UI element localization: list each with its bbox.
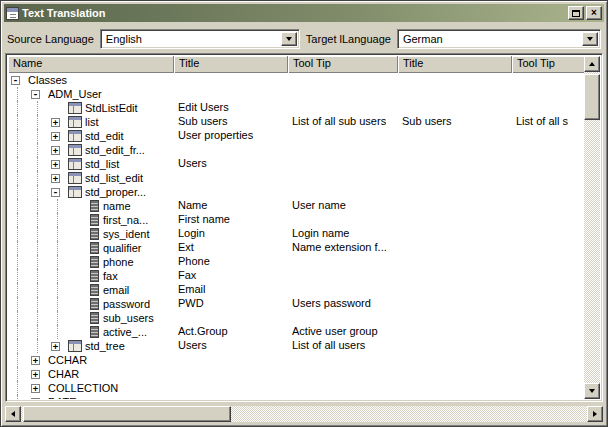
node-name: StdListEdit (85, 102, 138, 115)
tree-row-qualifier[interactable]: qualifierExtName extension f... (8, 241, 570, 255)
tree-row-std_list[interactable]: +std_listUsers (8, 157, 570, 171)
tree-guide-line (28, 241, 48, 255)
expand-box-icon[interactable]: + (31, 370, 40, 379)
tree-guide-line (28, 227, 48, 241)
tree-row-first_na...[interactable]: first_na...First name (8, 213, 570, 227)
title-cell: Login (178, 227, 286, 241)
scroll-down-button[interactable] (584, 383, 600, 399)
tree-row-std_tree[interactable]: +std_treeUsersList of all users (8, 339, 570, 353)
name-cell: +std_list (8, 157, 174, 171)
tree-guide-line (8, 353, 28, 367)
tooltip-cell: List of all users (292, 339, 396, 353)
tree-row-ADM_User[interactable]: -ADM_User (8, 87, 570, 101)
arrow-right-icon (593, 411, 597, 417)
maximize-icon (572, 10, 580, 17)
title-bar[interactable]: Text Translation × (4, 4, 604, 22)
column-header-3[interactable]: Tool Tip (288, 56, 398, 73)
tree-guide-line (8, 185, 28, 199)
expand-box-icon[interactable]: + (51, 132, 60, 141)
column-header-2[interactable]: Title (174, 56, 288, 73)
tree-row-DATE[interactable]: +DATE (8, 395, 570, 399)
target-dropdown-button[interactable] (582, 32, 598, 46)
tree-guide-line (28, 199, 48, 213)
tooltip-cell: Login name (292, 227, 396, 241)
node-name: password (103, 298, 150, 311)
expand-box-icon[interactable]: + (31, 356, 40, 365)
target-language-combobox[interactable]: German (397, 29, 601, 49)
vertical-scrollbar[interactable] (584, 56, 600, 399)
expand-box-icon[interactable]: + (51, 342, 60, 351)
tree-guide-line (8, 381, 28, 395)
field-icon (90, 256, 99, 268)
source-language-value: English (101, 33, 281, 45)
tree-row-std_edit[interactable]: +std_editUser properties (8, 129, 570, 143)
form-icon (68, 102, 82, 114)
tree-guide-line (8, 143, 28, 157)
expander-slot: + (28, 353, 48, 367)
tree-row-Classes[interactable]: -Classes (8, 73, 570, 87)
tree-guide-line (48, 213, 68, 227)
scroll-up-button[interactable] (584, 56, 600, 72)
translation-tree-list: NameTitleTool TipTitleTool Tip -Classes-… (5, 53, 603, 402)
expand-box-icon[interactable]: + (51, 174, 60, 183)
tree-row-std_list_edit[interactable]: +std_list_edit (8, 171, 570, 185)
tree-row-fax[interactable]: faxFax (8, 269, 570, 283)
tree-guide-line (28, 115, 48, 129)
tree-row-name[interactable]: nameNameUser name (8, 199, 570, 213)
tree-guide-line (8, 297, 28, 311)
tree-row-list[interactable]: +listSub usersList of all sub usersSub u… (8, 115, 570, 129)
expand-box-icon[interactable]: + (31, 398, 40, 400)
vertical-scroll-thumb[interactable] (584, 74, 600, 120)
column-headers: NameTitleTool TipTitleTool Tip (8, 56, 600, 73)
node-name: std_edit (85, 130, 124, 143)
tree-row-CCHAR[interactable]: +CCHAR (8, 353, 570, 367)
column-header-4[interactable]: Title (398, 56, 512, 73)
tree-row-password[interactable]: passwordPWDUsers password (8, 297, 570, 311)
title-cell: Edit Users (178, 101, 286, 115)
tree-row-email[interactable]: emailEmail (8, 283, 570, 297)
tree-guide-line (8, 255, 28, 269)
expander-slot: + (48, 115, 68, 129)
collapse-box-icon[interactable]: - (51, 188, 60, 197)
vertical-scroll-track[interactable] (584, 72, 600, 383)
maximize-button[interactable] (568, 6, 584, 20)
tree-row-COLLECTION[interactable]: +COLLECTION (8, 381, 570, 395)
window-controls: × (568, 6, 602, 20)
collapse-box-icon[interactable]: - (31, 90, 40, 99)
scroll-right-button[interactable] (587, 406, 603, 422)
column-header-1[interactable]: Name (8, 56, 174, 73)
expander-slot (68, 199, 88, 213)
title-cell: First name (178, 213, 286, 227)
source-dropdown-button[interactable] (281, 32, 297, 46)
tree-row-std_edit_fr...[interactable]: +std_edit_fr... (8, 143, 570, 157)
expand-box-icon[interactable]: + (51, 118, 60, 127)
tree-row-sub_users[interactable]: sub_users (8, 311, 570, 325)
tree-guide-line (28, 339, 48, 353)
tree-row-sys_ident[interactable]: sys_identLoginLogin name (8, 227, 570, 241)
expander-slot: - (8, 73, 28, 87)
tree-row-active_...[interactable]: active_...Act.GroupActive user group (8, 325, 570, 339)
node-name: name (103, 200, 131, 213)
list-body[interactable]: -Classes-ADM_UserStdListEditEdit Users+l… (8, 73, 600, 399)
tree-row-phone[interactable]: phonePhone (8, 255, 570, 269)
collapse-box-icon[interactable]: - (11, 76, 20, 85)
tree-guide-line (28, 101, 48, 115)
expander-slot (68, 297, 88, 311)
tree-row-std_proper...[interactable]: -std_proper... (8, 185, 570, 199)
expand-box-icon[interactable]: + (51, 160, 60, 169)
source-language-combobox[interactable]: English (100, 29, 300, 49)
tree-guide-line (48, 255, 68, 269)
horizontal-scroll-track[interactable] (21, 406, 587, 422)
tree-guide-line (48, 297, 68, 311)
tree-row-CHAR[interactable]: +CHAR (8, 367, 570, 381)
list-inner: NameTitleTool TipTitleTool Tip -Classes-… (8, 56, 600, 399)
expand-box-icon[interactable]: + (31, 384, 40, 393)
expander-slot: - (48, 185, 68, 199)
scroll-left-button[interactable] (5, 406, 21, 422)
tree-row-StdListEdit[interactable]: StdListEditEdit Users (8, 101, 570, 115)
horizontal-scroll-thumb[interactable] (23, 406, 231, 422)
close-button[interactable]: × (586, 6, 602, 20)
expand-box-icon[interactable]: + (51, 146, 60, 155)
horizontal-scrollbar[interactable] (5, 406, 603, 422)
text-translation-window: Text Translation × Source Language Engli… (0, 0, 608, 427)
